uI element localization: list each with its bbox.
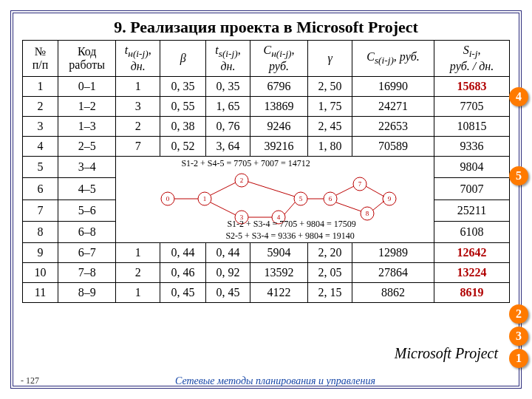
svg-text:5: 5 [299, 195, 303, 202]
svg-line-20 [372, 201, 384, 211]
ms-project-label: Microsoft Project [395, 345, 498, 362]
svg-text:1: 1 [203, 195, 207, 202]
h-code: Кодработы [58, 41, 115, 77]
badge-2: 2 [509, 304, 528, 324]
table-row: 31–320, 38 0, 7692462, 4522653 10815 [23, 117, 510, 137]
frame: 9. Реализация проекта в Microsoft Projec… [10, 10, 522, 389]
table-row: 21–230, 55 1, 65138691, 7524271 7705 [23, 97, 510, 117]
svg-line-13 [248, 182, 295, 197]
svg-line-18 [336, 202, 361, 211]
h-gamma: γ [308, 41, 352, 77]
h-tn: tн(i-j),дн. [116, 41, 160, 77]
svg-text:2: 2 [240, 177, 244, 184]
svg-text:9: 9 [388, 195, 392, 202]
h-beta: β [160, 41, 206, 77]
svg-text:6: 6 [329, 195, 332, 202]
equation: S1-2 + S3-4 = 7705 + 9804 = 17509 [227, 219, 355, 230]
h-s: Si-j,руб. / дн. [434, 41, 510, 77]
badge-3: 3 [509, 327, 528, 346]
slide: 9. Реализация проекта в Microsoft Projec… [0, 0, 532, 399]
equation: S1-2 + S4-5 = 7705 + 7007 = 14712 [181, 158, 310, 169]
svg-text:8: 8 [366, 210, 369, 217]
badge-4: 4 [509, 87, 528, 106]
h-np: №п/п [23, 41, 58, 77]
footer-title: Сетевые методы планирования и управления [21, 375, 511, 387]
equation: S2-5 + S3-4 = 9336 + 9804 = 19140 [225, 231, 354, 242]
footer: - 127 Сетевые методы планирования и упра… [21, 375, 511, 387]
header-row: №п/п Кодработы tн(i-j),дн. β ts(i-j),дн.… [23, 41, 510, 77]
svg-line-17 [336, 186, 354, 195]
table-row: 107–820, 46 0, 92135922, 0527864 13224 [23, 263, 510, 283]
h-cn: Cн(i-j),руб. [250, 41, 307, 77]
slide-title: 9. Реализация проекта в Microsoft Projec… [13, 18, 519, 37]
table-row: 10–110, 35 0, 3567962, 5016990 15683 [23, 77, 510, 97]
svg-text:0: 0 [166, 195, 170, 202]
svg-line-12 [211, 202, 236, 215]
network-diagram: S1-2 + S4-5 = 7705 + 7007 = 14712 0 [116, 157, 434, 243]
badge-5: 5 [509, 166, 528, 185]
h-ts: ts(i-j),дн. [206, 41, 250, 77]
table-row: 118–910, 45 0, 4541222, 158862 8619 [23, 283, 510, 303]
table-row: 42–570, 52 3, 64392161, 8070589 9336 [23, 137, 510, 157]
h-cs: Cs(i-j), руб. [352, 41, 434, 77]
svg-line-11 [211, 183, 236, 195]
svg-line-19 [366, 186, 384, 197]
table-row: 96–710, 44 0, 4459042, 2012989 12642 [23, 243, 510, 263]
table-row: 53–4 S1-2 + S4-5 = 7705 + 7007 = 14712 [23, 157, 510, 178]
data-table: №п/п Кодработы tн(i-j),дн. β ts(i-j),дн.… [22, 40, 510, 303]
page-number: - 127 [21, 375, 39, 386]
svg-line-15 [284, 202, 295, 214]
badge-1: 1 [509, 349, 528, 368]
svg-text:7: 7 [358, 180, 362, 188]
